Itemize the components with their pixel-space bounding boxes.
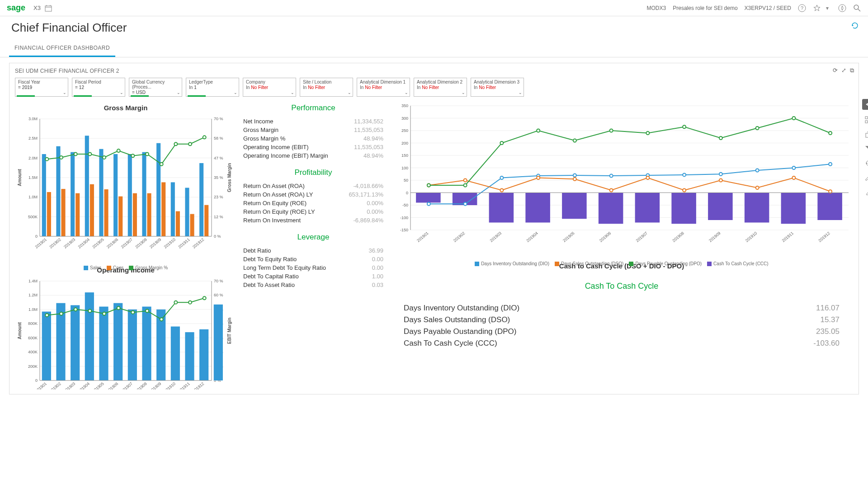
svg-text:201901: 201901 (34, 237, 47, 249)
svg-rect-123 (113, 303, 123, 380)
svg-text:201909: 201909 (708, 231, 721, 243)
svg-rect-0 (45, 6, 52, 11)
svg-text:0: 0 (35, 378, 38, 383)
filter-analytical-dimension-1[interactable]: Analytical Dimension 1 In No Filter ⌄ (357, 78, 410, 97)
svg-point-73 (160, 163, 163, 166)
svg-text:-100: -100 (400, 216, 408, 220)
svg-point-229 (829, 131, 832, 135)
svg-text:Gross Margin: Gross Margin (227, 163, 232, 192)
export-icon[interactable] (864, 130, 868, 139)
svg-text:201904: 201904 (525, 231, 538, 243)
svg-rect-50 (171, 182, 175, 236)
chart-operating-income: 00 %200K10 %400K20 %600K30 %800K40 %1.0M… (15, 277, 236, 389)
svg-rect-121 (85, 292, 94, 380)
calendar-icon[interactable] (44, 4, 52, 12)
svg-rect-192 (781, 193, 806, 224)
svg-rect-130 (214, 305, 223, 380)
svg-text:1.0M: 1.0M (28, 307, 38, 312)
svg-point-70 (117, 149, 120, 152)
env-label[interactable]: X3ERPV12 / SEED (745, 5, 791, 11)
svg-point-218 (427, 184, 430, 187)
kpi-row: Operating Income (EBIT) Margin48.94% (243, 151, 383, 160)
svg-point-222 (573, 139, 576, 142)
svg-rect-187 (599, 193, 623, 224)
performance-title: Performance (243, 103, 383, 113)
svg-text:3.0M: 3.0M (28, 117, 38, 121)
filter-analytical-dimension-2[interactable]: Analytical Dimension 2 In No Filter ⌄ (414, 78, 467, 97)
filter-analytical-dimension-3[interactable]: Analytical Dimension 3 In No Filter ⌄ (471, 78, 524, 97)
svg-text:201911: 201911 (177, 237, 190, 249)
topbar-right: MODX3 Presales role for SEI demo X3ERPV1… (647, 4, 861, 12)
svg-point-134 (88, 310, 91, 313)
svg-point-215 (756, 186, 759, 189)
svg-point-224 (646, 131, 649, 135)
help-icon[interactable]: ? (798, 4, 806, 12)
svg-text:12 %: 12 % (214, 215, 223, 219)
svg-text:201911: 201911 (781, 231, 794, 243)
svg-text:-150: -150 (400, 228, 408, 232)
profitability-title: Profitability (243, 168, 383, 177)
mod-label[interactable]: MODX3 (647, 5, 666, 11)
svg-rect-46 (113, 154, 118, 236)
svg-text:0 %: 0 % (214, 234, 221, 239)
refresh-icon[interactable] (851, 22, 859, 30)
kpi-row: Days Inventory Outstanding (DIO)116.07 (404, 302, 840, 314)
filter-global-currency-proces-[interactable]: Global Currency (Proces... = USD ⌄ (129, 78, 182, 97)
svg-rect-47 (128, 154, 132, 236)
chart-title-gross-margin: Gross Margin (15, 104, 236, 112)
sync-icon[interactable] (864, 159, 868, 168)
refresh-icon[interactable]: ⟳ (833, 67, 838, 74)
svg-text:201902: 201902 (453, 231, 466, 243)
tab-financial-dashboard[interactable]: FINANCIAL OFFICER DASHBOARD (9, 40, 115, 57)
kpi-row: Gross Margin11,535,053 (243, 126, 383, 134)
svg-rect-53 (47, 192, 51, 236)
dashboard-tools: ⟳ ⤢ ⧉ (833, 67, 854, 74)
svg-rect-52 (199, 163, 203, 236)
logo: sage (7, 3, 25, 13)
svg-text:250: 250 (401, 128, 408, 133)
svg-text:201903: 201903 (63, 237, 76, 249)
eyedropper-icon[interactable] (864, 188, 868, 197)
kpi-row: Debt To Equity Ratio0.00 (243, 255, 383, 263)
kpi-row: Net Income11,334,552 (243, 117, 383, 126)
star-icon[interactable] (813, 4, 821, 12)
filter-company[interactable]: Company In No Filter ⌄ (243, 78, 296, 97)
svg-rect-56 (90, 184, 94, 236)
svg-point-198 (573, 174, 576, 177)
kpi-row: Days Payable Oustanding (DPO)235.05 (404, 326, 840, 338)
role-label[interactable]: Presales role for SEI demo (673, 5, 737, 11)
svg-rect-193 (817, 193, 842, 221)
svg-rect-44 (85, 136, 89, 236)
filter-site-location[interactable]: Site / Location In No Filter ⌄ (300, 78, 353, 97)
filter-fiscal-period[interactable]: Fiscal Period = 12 ⌄ (72, 78, 125, 97)
svg-text:150: 150 (401, 153, 408, 158)
chart-cash-cycle: -150-100-5005010015020025030035020190120… (390, 101, 853, 259)
filter-ledgertype[interactable]: LedgerType In 1 ⌄ (186, 78, 239, 97)
svg-text:201905: 201905 (562, 231, 575, 243)
popout-icon[interactable]: ⧉ (850, 67, 854, 74)
svg-rect-48 (142, 152, 146, 236)
back-icon[interactable] (862, 99, 868, 110)
search-icon[interactable] (853, 4, 861, 12)
svg-point-223 (610, 129, 613, 132)
svg-text:201902: 201902 (48, 237, 61, 249)
svg-point-210 (573, 178, 576, 181)
svg-rect-120 (71, 305, 80, 380)
pencil-icon[interactable] (864, 173, 868, 182)
svg-text:350: 350 (401, 103, 408, 108)
filter-fiscal-year[interactable]: Fiscal Year = 2019 ⌄ (15, 78, 68, 97)
svg-rect-49 (156, 143, 160, 236)
svg-text:201911: 201911 (177, 381, 190, 389)
svg-point-205 (829, 163, 832, 166)
filter-icon[interactable] (864, 144, 868, 153)
svg-point-194 (427, 202, 430, 206)
chevron-down-icon[interactable]: ▾ (823, 4, 831, 12)
svg-rect-186 (562, 193, 587, 219)
grid-icon[interactable] (864, 115, 868, 124)
svg-text:1.5M: 1.5M (28, 175, 38, 180)
svg-point-72 (146, 153, 149, 156)
compass-icon[interactable] (838, 4, 846, 12)
svg-rect-189 (671, 193, 696, 224)
expand-icon[interactable]: ⤢ (841, 67, 846, 74)
svg-rect-57 (104, 189, 108, 236)
